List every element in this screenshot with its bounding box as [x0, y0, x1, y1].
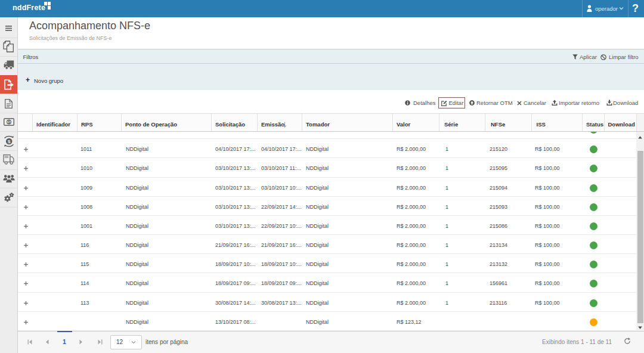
svg-text:$: $ — [7, 138, 10, 144]
svg-text:$: $ — [8, 120, 10, 125]
